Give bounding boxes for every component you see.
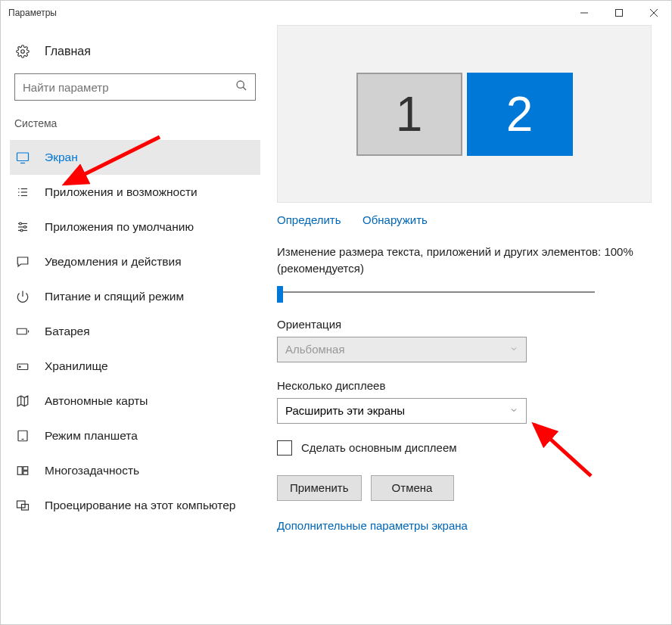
svg-point-18: [20, 222, 22, 225]
close-button[interactable]: [636, 1, 671, 25]
svg-point-4: [21, 50, 25, 54]
checkbox-label: Сделать основным дисплеем: [301, 441, 457, 454]
monitor-2[interactable]: 2: [467, 73, 573, 156]
svg-rect-31: [17, 467, 22, 475]
search-field[interactable]: [23, 81, 235, 94]
scale-slider[interactable]: [277, 283, 595, 301]
sidebar-item-label: Многозадачность: [45, 464, 139, 477]
sidebar-item-label: Проецирование на этот компьютер: [45, 499, 235, 512]
multi-display-dropdown[interactable]: Расширить эти экраны: [277, 398, 527, 424]
chevron-down-icon: [509, 343, 518, 356]
power-icon: [14, 290, 31, 303]
sidebar-item-display[interactable]: Экран: [10, 140, 260, 175]
svg-rect-7: [17, 153, 29, 161]
svg-point-19: [24, 226, 26, 229]
sidebar-item-multitask[interactable]: Многозадачность: [10, 453, 260, 488]
chat-icon: [14, 255, 31, 269]
sidebar-item-label: Питание и спящий режим: [45, 290, 184, 303]
main-panel: 1 2 Определить Обнаружить Изменение разм…: [269, 25, 671, 624]
checkbox[interactable]: [277, 440, 292, 456]
sidebar-item-default-apps[interactable]: Приложения по умолчанию: [10, 210, 260, 244]
sidebar-item-label: Хранилище: [45, 359, 108, 373]
monitor-icon: [14, 151, 31, 164]
titlebar: Параметры: [1, 1, 671, 25]
home-label: Главная: [45, 45, 91, 58]
svg-line-6: [243, 87, 246, 90]
scale-text: Изменение размера текста, приложений и д…: [277, 244, 652, 277]
multi-display-label: Несколько дисплеев: [277, 379, 652, 392]
window-title: Параметры: [8, 8, 567, 18]
svg-rect-33: [23, 471, 28, 475]
group-label: Система: [10, 114, 260, 140]
gear-icon: [14, 45, 31, 58]
svg-point-25: [20, 366, 21, 368]
sidebar-item-label: Приложения и возможности: [45, 185, 198, 199]
svg-rect-22: [17, 328, 27, 334]
battery-icon: [14, 325, 31, 338]
main-display-checkbox-row[interactable]: Сделать основным дисплеем: [277, 440, 652, 456]
drive-icon: [14, 359, 31, 373]
svg-rect-32: [23, 467, 28, 471]
sidebar-item-apps[interactable]: Приложения и возможности: [10, 175, 260, 210]
svg-marker-26: [17, 396, 28, 406]
svg-point-5: [237, 81, 244, 88]
sidebar-item-label: Уведомления и действия: [45, 255, 182, 269]
identify-link[interactable]: Определить: [277, 213, 341, 226]
search-icon: [235, 79, 247, 95]
search-input[interactable]: [14, 73, 256, 101]
svg-rect-1: [616, 10, 623, 17]
detect-link[interactable]: Обнаружить: [362, 213, 428, 226]
apply-button[interactable]: Применить: [277, 475, 362, 501]
monitor-1[interactable]: 1: [356, 73, 462, 156]
sliders-icon: [14, 220, 31, 234]
sidebar-item-maps[interactable]: Автономные карты: [10, 384, 260, 418]
sidebar-item-projecting[interactable]: Проецирование на этот компьютер: [10, 488, 260, 523]
minimize-button[interactable]: [567, 1, 602, 25]
list-icon: [14, 185, 31, 199]
monitor-arrangement[interactable]: 1 2: [277, 25, 652, 203]
sidebar-item-label: Приложения по умолчанию: [45, 220, 194, 234]
chevron-down-icon: [509, 404, 518, 417]
sidebar-item-label: Автономные карты: [45, 394, 148, 408]
sidebar-item-label: Режим планшета: [45, 429, 138, 443]
tablet-icon: [14, 429, 31, 443]
orientation-dropdown: Альбомная: [277, 337, 527, 362]
slider-thumb[interactable]: [277, 286, 283, 303]
sidebar-item-battery[interactable]: Батарея: [10, 314, 260, 349]
orientation-value: Альбомная: [285, 343, 345, 356]
project-icon: [14, 499, 31, 512]
advanced-display-link[interactable]: Дополнительные параметры экрана: [277, 519, 468, 532]
home-link[interactable]: Главная: [10, 39, 260, 64]
sidebar-item-tablet[interactable]: Режим планшета: [10, 418, 260, 453]
cancel-button[interactable]: Отмена: [371, 475, 454, 501]
orientation-label: Ориентация: [277, 318, 652, 331]
sidebar-item-power[interactable]: Питание и спящий режим: [10, 279, 260, 314]
sidebar-item-storage[interactable]: Хранилище: [10, 349, 260, 384]
multitask-icon: [14, 464, 31, 477]
sidebar-item-label: Батарея: [45, 325, 90, 338]
map-icon: [14, 394, 31, 408]
sidebar: Главная Система Экран Приложения и возмо…: [1, 25, 269, 624]
svg-point-20: [20, 229, 23, 232]
multi-display-value: Расширить эти экраны: [285, 404, 405, 417]
sidebar-item-notifications[interactable]: Уведомления и действия: [10, 244, 260, 279]
maximize-button[interactable]: [602, 1, 636, 25]
sidebar-item-label: Экран: [45, 151, 78, 164]
